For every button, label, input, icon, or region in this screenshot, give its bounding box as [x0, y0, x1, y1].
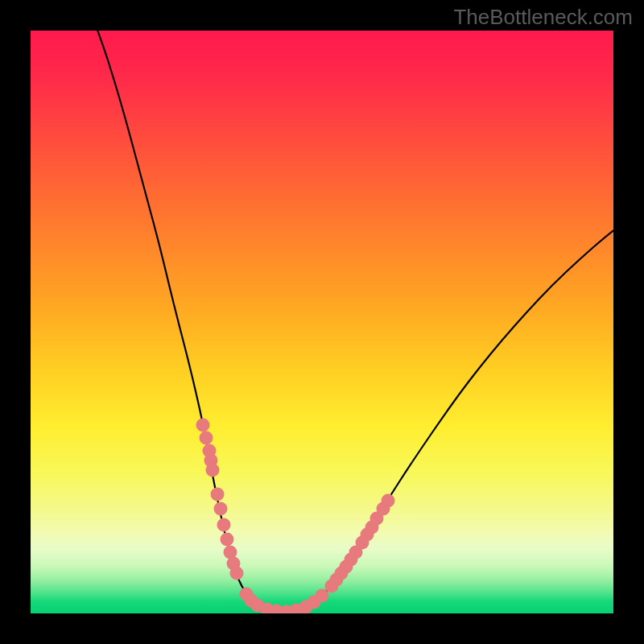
data-dot: [230, 567, 244, 580]
data-dot: [217, 518, 231, 532]
data-dot: [211, 488, 225, 502]
outer-frame: TheBottleneck.com: [0, 0, 644, 644]
chart-overlay: [31, 31, 613, 613]
data-dot: [206, 464, 220, 477]
data-dot: [221, 533, 234, 547]
data-dot: [214, 502, 228, 516]
data-dot: [196, 419, 210, 432]
plot-area: [31, 31, 613, 613]
data-dot: [316, 589, 329, 603]
bottleneck-curve: [92, 31, 613, 612]
data-dot: [382, 494, 395, 508]
data-dots: [196, 419, 395, 614]
watermark-text: TheBottleneck.com: [453, 5, 633, 30]
data-dot: [200, 431, 213, 445]
